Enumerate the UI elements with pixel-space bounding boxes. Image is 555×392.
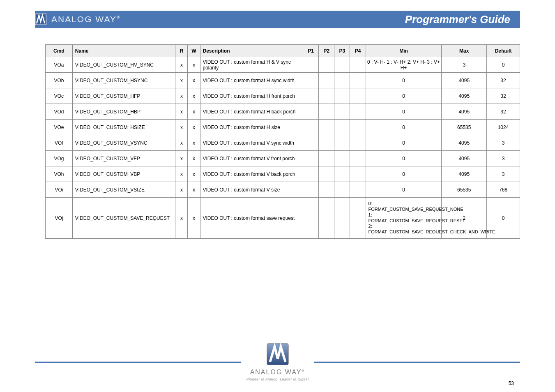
cell-w: x (188, 151, 200, 166)
table-row: VOdVIDEO_OUT_CUSTOM_HBPxxVIDEO OUT : cus… (46, 104, 520, 120)
cell-desc: VIDEO OUT : custom format H back porch (200, 104, 303, 120)
footer: ANALOG WAY® Pioneer in Analog, Leader in… (35, 343, 520, 381)
hdr-name: Name (72, 45, 175, 57)
brand-name: ANALOG WAY (51, 14, 117, 24)
cell-desc: VIDEO OUT : custom format save request (200, 198, 303, 239)
cell-def: 3 (487, 166, 520, 182)
page: ANALOG WAY® Programmer's Guide Cmd Name … (0, 0, 555, 392)
cell-p4 (350, 88, 366, 104)
hdr-p1: P1 (303, 45, 319, 57)
commands-table: Cmd Name R W Description P1 P2 P3 P4 Min… (45, 44, 520, 239)
cell-w: x (188, 73, 200, 88)
cell-cmd: VOf (46, 135, 73, 151)
cell-r: x (175, 166, 188, 182)
min-line: 0: FORMAT_CUSTOM_SAVE_REQUEST_NONE (368, 201, 442, 212)
cell-def: 32 (487, 88, 520, 104)
cell-name: VIDEO_OUT_CUSTOM_SAVE_REQUEST (72, 198, 175, 239)
cell-name: VIDEO_OUT_CUSTOM_HSYNC (72, 73, 175, 88)
cell-p3 (334, 198, 350, 239)
cell-min: 0 : V- H- 1 : V- H+ 2: V+ H- 3 : V+ H+ (366, 57, 442, 73)
cell-w: x (188, 135, 200, 151)
cell-p1 (303, 104, 319, 120)
cell-p2 (319, 198, 334, 239)
footer-logo-icon (266, 343, 289, 367)
cell-desc: VIDEO OUT : custom format H & V sync pol… (200, 57, 303, 73)
cell-max: 65535 (442, 120, 487, 135)
cell-r: x (175, 182, 188, 198)
cell-p2 (319, 73, 334, 88)
cell-r: x (175, 120, 188, 135)
cell-name: VIDEO_OUT_CUSTOM_VBP (72, 166, 175, 182)
cell-p1 (303, 182, 319, 198)
cell-cmd: VOg (46, 151, 73, 166)
cell-name: VIDEO_OUT_CUSTOM_HV_SYNC (72, 57, 175, 73)
cell-desc: VIDEO OUT : custom format V front porch (200, 151, 303, 166)
cell-max: 4095 (442, 104, 487, 120)
footer-center: ANALOG WAY® Pioneer in Analog, Leader in… (246, 343, 309, 381)
cell-p4 (350, 73, 366, 88)
cell-min: 0 (366, 104, 442, 120)
cell-p3 (334, 151, 350, 166)
cell-min: 0 (366, 182, 442, 198)
cell-w: x (188, 198, 200, 239)
table-row: VOgVIDEO_OUT_CUSTOM_VFPxxVIDEO OUT : cus… (46, 151, 520, 166)
cell-max: 4095 (442, 73, 487, 88)
cell-name: VIDEO_OUT_CUSTOM_VSYNC (72, 135, 175, 151)
min-line: 1: FORMAT_CUSTOM_SAVE_REQUEST_RESET (368, 212, 442, 224)
cell-def: 32 (487, 104, 520, 120)
cell-def: 0 (487, 57, 520, 73)
table-row: VOcVIDEO_OUT_CUSTOM_HFPxxVIDEO OUT : cus… (46, 88, 520, 104)
cell-desc: VIDEO OUT : custom format V back porch (200, 166, 303, 182)
cell-r: x (175, 57, 188, 73)
hdr-r: R (175, 45, 188, 57)
table-head: Cmd Name R W Description P1 P2 P3 P4 Min… (46, 45, 520, 57)
cell-r: x (175, 135, 188, 151)
table-row: VOfVIDEO_OUT_CUSTOM_VSYNCxxVIDEO OUT : c… (46, 135, 520, 151)
cell-cmd: VOd (46, 104, 73, 120)
cell-min: 0 (366, 135, 442, 151)
hdr-p3: P3 (334, 45, 350, 57)
cell-p1 (303, 198, 319, 239)
cell-w: x (188, 166, 200, 182)
table-row: VOeVIDEO_OUT_CUSTOM_HSIZExxVIDEO OUT : c… (46, 120, 520, 135)
cell-r: x (175, 73, 188, 88)
cell-p2 (319, 57, 334, 73)
brand-logo-icon (35, 14, 46, 25)
table-row: VOjVIDEO_OUT_CUSTOM_SAVE_REQUESTxxVIDEO … (46, 198, 520, 239)
cell-max: 4095 (442, 166, 487, 182)
cell-p2 (319, 151, 334, 166)
table-wrapper: Cmd Name R W Description P1 P2 P3 P4 Min… (45, 44, 520, 239)
cell-p3 (334, 166, 350, 182)
footer-line-right (314, 362, 520, 363)
header-left: ANALOG WAY® (35, 14, 120, 25)
cell-max: 4095 (442, 151, 487, 166)
cell-p4 (350, 104, 366, 120)
footer-registered-mark: ® (302, 369, 305, 373)
cell-w: x (188, 120, 200, 135)
cell-name: VIDEO_OUT_CUSTOM_VFP (72, 151, 175, 166)
table-body: VOaVIDEO_OUT_CUSTOM_HV_SYNCxxVIDEO OUT :… (46, 57, 520, 239)
cell-cmd: VOj (46, 198, 73, 239)
table-header-row: Cmd Name R W Description P1 P2 P3 P4 Min… (46, 45, 520, 57)
cell-p3 (334, 120, 350, 135)
cell-p4 (350, 57, 366, 73)
cell-desc: VIDEO OUT : custom format H size (200, 120, 303, 135)
cell-p3 (334, 135, 350, 151)
cell-r: x (175, 198, 188, 239)
cell-p1 (303, 88, 319, 104)
cell-p1 (303, 57, 319, 73)
cell-min: 0 (366, 88, 442, 104)
cell-desc: VIDEO OUT : custom format H sync width (200, 73, 303, 88)
cell-p4 (350, 120, 366, 135)
cell-r: x (175, 88, 188, 104)
table-row: VOaVIDEO_OUT_CUSTOM_HV_SYNCxxVIDEO OUT :… (46, 57, 520, 73)
cell-max: 65535 (442, 182, 487, 198)
cell-name: VIDEO_OUT_CUSTOM_VSIZE (72, 182, 175, 198)
hdr-cmd: Cmd (46, 45, 73, 57)
cell-p1 (303, 135, 319, 151)
hdr-min: Min (366, 45, 442, 57)
cell-w: x (188, 88, 200, 104)
cell-def: 3 (487, 151, 520, 166)
registered-mark: ® (117, 15, 120, 20)
cell-p1 (303, 166, 319, 182)
